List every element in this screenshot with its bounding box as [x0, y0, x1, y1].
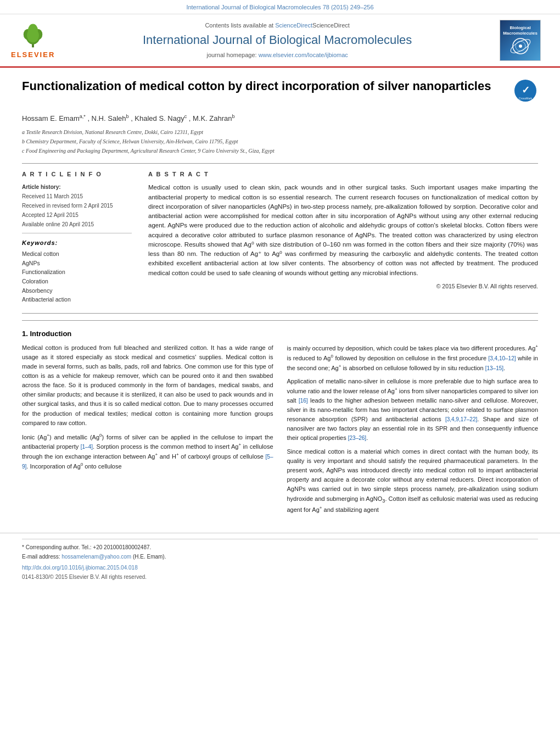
journal-header: ELSEVIER Contents lists available at Sci…	[0, 14, 560, 68]
accepted-date: Accepted 12 April 2015	[22, 211, 132, 219]
ref-5-9: [5–9]	[22, 454, 273, 470]
logo-line2: Macromolecules	[503, 31, 537, 36]
elsevier-text: ELSEVIER	[11, 50, 55, 60]
article-title: Functionalization of medical cotton by d…	[22, 79, 513, 94]
journal-reference-bar: International Journal of Biological Macr…	[0, 0, 560, 14]
affiliation-b: b Chemistry Department, Faculty of Scien…	[22, 137, 538, 146]
body-para-3: is mainly occurred by deposition, which …	[287, 343, 539, 372]
crossmark-icon: ✓ CrossMark	[513, 79, 538, 103]
author1-sup: a,*	[80, 114, 86, 119]
article-title-section: Functionalization of medical cotton by d…	[22, 79, 538, 106]
two-column-body: Medical cotton is produced from full ble…	[22, 343, 538, 518]
ref-3-22: [3,4,9,17–22]	[445, 416, 477, 422]
footnote-symbol: *	[22, 544, 24, 550]
author3-name: , Khaled S. Nagy	[131, 114, 184, 122]
email-line: E-mail address: hossamelenam@yahoo.com (…	[22, 553, 538, 561]
section-divider-1	[22, 163, 538, 164]
author2-name: , N.H. Saleh	[87, 114, 126, 122]
logo-icon	[509, 37, 531, 56]
svg-text:CrossMark: CrossMark	[519, 97, 533, 100]
doi-link[interactable]: http://dx.doi.org/10.1016/j.ijbiomac.201…	[22, 564, 538, 572]
svg-text:✓: ✓	[522, 85, 530, 96]
authors-line: Hossam E. Emama,* , N.H. Salehb , Khaled…	[22, 113, 538, 124]
contents-available-text: Contents lists available at ScienceDirec…	[55, 21, 500, 30]
keyword-1: Medical cotton	[22, 250, 132, 258]
author4-sup: b	[232, 114, 235, 119]
article-history: Article history: Received 11 March 2015 …	[22, 183, 132, 228]
keyword-5: Absorbency	[22, 287, 132, 295]
section-1-heading: 1. Introduction	[22, 329, 538, 339]
biomacro-logo-box: Biological Macromolecules	[500, 20, 541, 61]
keywords-section: Keywords: Medical cotton AgNPs Functiona…	[22, 239, 132, 304]
affiliation-c: c Food Engineering and Packaging Departm…	[22, 147, 538, 155]
ref-1-4: [1–4]	[81, 444, 93, 450]
abstract-text: Medical cotton is usually used to clean …	[148, 183, 538, 278]
affiliations: a Textile Research Division, National Re…	[22, 128, 538, 155]
column-left: Medical cotton is produced from full ble…	[22, 343, 273, 518]
journal-homepage-link[interactable]: www.elsevier.com/locate/ijbiomac	[259, 52, 348, 58]
footnote-text: Corresponding author. Tel.: +20 20100018…	[26, 544, 152, 550]
body-para-5: Since medical cotton is a material which…	[287, 447, 539, 514]
section-divider-2	[22, 313, 538, 314]
email-suffix: (H.E. Emam).	[133, 554, 166, 560]
received-date: Received 11 March 2015	[22, 192, 132, 200]
logo-line1: Biological	[509, 25, 530, 31]
article-info-left: A R T I C L E I N F O Article history: R…	[22, 170, 132, 305]
available-date: Available online 20 April 2015	[22, 220, 132, 228]
elsevier-logo: ELSEVIER	[11, 21, 55, 60]
author2-sup: b	[126, 114, 128, 119]
ref-23-26: [23–26]	[348, 435, 366, 441]
email-label: E-mail address:	[22, 554, 60, 560]
affiliation-a: a Textile Research Division, National Re…	[22, 128, 538, 136]
svg-point-5	[27, 29, 39, 42]
keyword-4: Coloration	[22, 277, 132, 286]
ref-3-12: [3,4,10–12]	[488, 355, 516, 361]
ref-13-15: [13–15]	[485, 365, 503, 371]
history-label: Article history:	[22, 183, 132, 191]
article-content: Functionalization of medical cotton by d…	[0, 68, 560, 529]
journal-reference-text: International Journal of Biological Macr…	[186, 4, 373, 10]
elsevier-tree-icon	[16, 21, 49, 49]
column-right: is mainly occurred by deposition, which …	[287, 343, 539, 518]
keyword-2: AgNPs	[22, 259, 132, 267]
body-para-1: Medical cotton is produced from full ble…	[22, 343, 273, 427]
journal-header-center: Contents lists available at ScienceDirec…	[55, 21, 500, 60]
journal-logo-right: Biological Macromolecules	[500, 20, 544, 61]
footer-content: * Corresponding author. Tel.: +20 201000…	[22, 539, 538, 581]
journal-homepage: journal homepage: www.elsevier.com/locat…	[55, 51, 500, 59]
body-para-4: Application of metallic nano-silver in c…	[287, 377, 539, 443]
received-revised-date: Received in revised form 2 April 2015	[22, 202, 132, 210]
body-para-2: Ionic (Ag+) and metallic (Ag0) forms of …	[22, 432, 273, 471]
page-container: International Journal of Biological Macr…	[0, 0, 560, 587]
article-info-label: A R T I C L E I N F O	[22, 170, 132, 178]
science-direct-link[interactable]: ScienceDirect	[275, 22, 312, 29]
ref-16: [16]	[299, 398, 308, 404]
crossmark-logo: ✓ CrossMark	[513, 79, 538, 106]
abstract-section: A B S T R A C T Medical cotton is usuall…	[148, 170, 538, 305]
author4-name: , M.K. Zahran	[189, 114, 232, 122]
abstract-label: A B S T R A C T	[148, 170, 538, 178]
svg-point-9	[519, 44, 522, 48]
keywords-label: Keywords:	[22, 239, 132, 247]
keyword-6: Antibacterial action	[22, 295, 132, 304]
keyword-3: Functionalization	[22, 268, 132, 276]
article-info-section: A R T I C L E I N F O Article history: R…	[22, 170, 538, 305]
footer-copyright: 0141-8130/© 2015 Elsevier B.V. All right…	[22, 573, 538, 581]
info-divider	[22, 233, 132, 233]
abstract-copyright: © 2015 Elsevier B.V. All rights reserved…	[148, 282, 538, 291]
author1-name: Hossam E. Emam	[22, 114, 80, 122]
email-link[interactable]: hossamelenam@yahoo.com	[61, 554, 131, 560]
body-section: 1. Introduction Medical cotton is produc…	[22, 320, 538, 519]
journal-title: International Journal of Biological Macr…	[55, 32, 500, 49]
footnote-line: * Corresponding author. Tel.: +20 201000…	[22, 544, 538, 551]
author3-sup: c	[184, 114, 187, 119]
footer: * Corresponding author. Tel.: +20 201000…	[0, 533, 560, 587]
